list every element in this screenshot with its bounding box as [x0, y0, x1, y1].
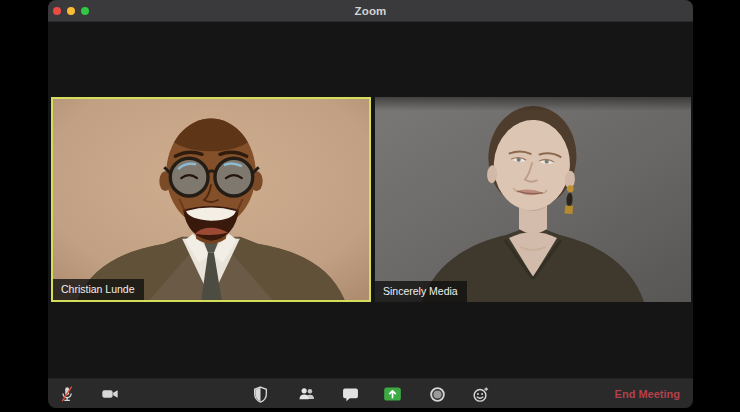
chat-bubble-icon	[341, 385, 360, 404]
start-video-button[interactable]	[96, 381, 124, 407]
participants-button[interactable]	[293, 381, 321, 407]
security-shield-icon	[251, 385, 270, 404]
share-screen-icon	[382, 385, 403, 403]
end-meeting-button[interactable]: End Meeting	[615, 379, 680, 408]
participant-name: Christian Lunde	[61, 283, 135, 295]
participants-icon	[297, 384, 317, 404]
woman-portrait-video	[375, 97, 691, 302]
video-grid: Christian Lunde	[51, 97, 691, 302]
window-title: Zoom	[48, 0, 693, 22]
meeting-toolbar: End Meeting	[48, 378, 693, 408]
participant-name-badge: Christian Lunde	[53, 279, 144, 300]
man-portrait-video	[53, 99, 369, 300]
participant-name-badge: Sincerely Media	[375, 281, 467, 302]
video-tile-christian-lunde[interactable]: Christian Lunde	[51, 97, 371, 302]
meeting-content-area: Christian Lunde	[48, 22, 693, 378]
mute-button[interactable]	[53, 381, 81, 407]
chat-button[interactable]	[336, 381, 364, 407]
video-camera-icon	[100, 384, 120, 404]
record-button[interactable]	[423, 381, 451, 407]
microphone-muted-icon	[57, 384, 77, 404]
share-screen-button[interactable]	[378, 381, 406, 407]
participant-name: Sincerely Media	[383, 285, 458, 297]
zoom-window: Zoom	[48, 0, 693, 408]
reactions-button[interactable]	[466, 381, 494, 407]
window-titlebar[interactable]: Zoom	[48, 0, 693, 22]
video-tile-sincerely-media[interactable]: Sincerely Media	[375, 97, 691, 302]
record-icon	[428, 385, 447, 404]
reactions-smiley-icon	[471, 385, 490, 404]
security-button[interactable]	[246, 381, 274, 407]
